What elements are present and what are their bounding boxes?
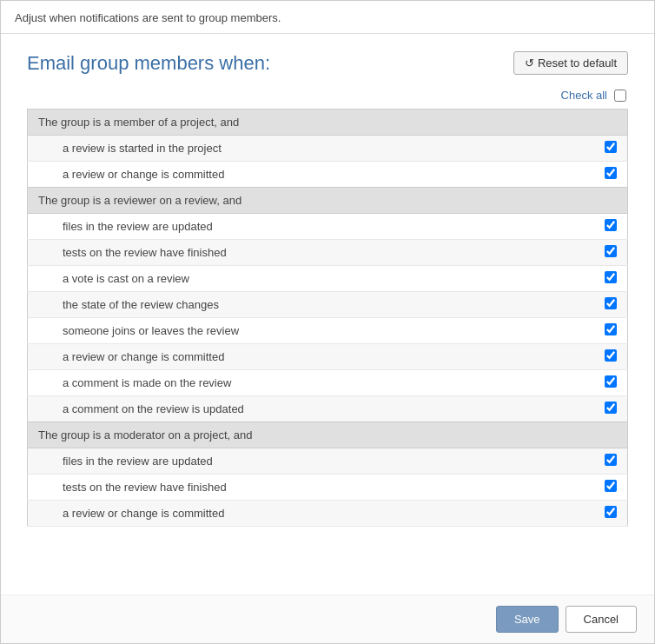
item-label-1-6: a comment is made on the review [28, 370, 595, 396]
item-label-1-7: a comment on the review is updated [28, 396, 595, 422]
group-header-project-member: The group is a member of a project, and [28, 110, 628, 136]
item-check-cell-2-0 [594, 448, 628, 475]
table-row: a review or change is committed [28, 162, 628, 188]
email-title: Email group members when: [27, 52, 270, 75]
item-label-1-2: a vote is cast on a review [28, 266, 595, 292]
group-header-reviewer: The group is a reviewer on a review, and [28, 188, 628, 214]
item-checkbox-1-3[interactable] [605, 297, 617, 309]
item-check-cell-1-5 [594, 344, 628, 370]
table-row: a comment is made on the review [28, 370, 628, 396]
check-all-row: Check all [27, 89, 628, 102]
dialog-body: Email group members when: ↺ Reset to def… [1, 34, 654, 594]
item-checkbox-0-1[interactable] [605, 167, 617, 179]
item-check-cell-1-1 [594, 240, 628, 266]
item-check-cell-0-1 [594, 162, 628, 188]
item-check-cell-2-1 [594, 475, 628, 501]
item-checkbox-1-5[interactable] [605, 349, 617, 362]
item-label-1-4: someone joins or leaves the review [28, 318, 595, 344]
item-label-2-0: files in the review are updated [28, 448, 595, 475]
item-checkbox-1-0[interactable] [605, 219, 617, 231]
cancel-button[interactable]: Cancel [566, 606, 637, 633]
table-row: tests on the review have finished [28, 475, 628, 501]
save-button[interactable]: Save [496, 606, 559, 633]
item-label-1-5: a review or change is committed [28, 344, 595, 370]
item-check-cell-1-4 [594, 318, 628, 344]
table-row: tests on the review have finished [28, 240, 628, 266]
item-checkbox-0-0[interactable] [605, 141, 617, 153]
item-checkbox-2-0[interactable] [605, 454, 617, 466]
dialog: Adjust when notifications are sent to gr… [0, 0, 655, 644]
table-row: a review or change is committed [28, 501, 628, 527]
item-check-cell-0-0 [594, 136, 628, 162]
item-label-1-1: tests on the review have finished [28, 240, 595, 266]
check-all-label: Check all [561, 89, 607, 102]
reset-label: Reset to default [538, 56, 617, 70]
table-row: a review or change is committed [28, 344, 628, 370]
section-title-row: Email group members when: ↺ Reset to def… [27, 51, 628, 75]
item-checkbox-1-6[interactable] [605, 375, 617, 388]
dialog-footer: Save Cancel [1, 594, 654, 643]
table-row: a vote is cast on a review [28, 266, 628, 292]
table-row: the state of the review changes [28, 292, 628, 318]
reset-to-default-button[interactable]: ↺ Reset to default [513, 51, 628, 75]
item-label-0-0: a review is started in the project [28, 136, 595, 162]
item-label-1-0: files in the review are updated [28, 214, 595, 240]
table-row: someone joins or leaves the review [28, 318, 628, 344]
notification-table: The group is a member of a project, anda… [27, 109, 628, 527]
item-check-cell-1-6 [594, 370, 628, 396]
item-check-cell-1-0 [594, 214, 628, 240]
item-checkbox-1-7[interactable] [605, 402, 617, 414]
item-label-2-1: tests on the review have finished [28, 475, 595, 501]
refresh-icon: ↺ [525, 56, 534, 70]
header-description: Adjust when notifications are sent to gr… [15, 11, 281, 24]
item-label-2-2: a review or change is committed [28, 501, 595, 527]
table-row: files in the review are updated [28, 448, 628, 475]
item-check-cell-1-2 [594, 266, 628, 292]
item-label-1-3: the state of the review changes [28, 292, 595, 318]
item-check-cell-2-2 [594, 501, 628, 527]
item-check-cell-1-7 [594, 396, 628, 422]
table-row: files in the review are updated [28, 214, 628, 240]
check-all-checkbox[interactable] [614, 90, 626, 102]
item-checkbox-2-2[interactable] [605, 506, 617, 518]
table-row: a review is started in the project [28, 136, 628, 162]
table-row: a comment on the review is updated [28, 396, 628, 422]
item-checkbox-1-4[interactable] [605, 323, 617, 335]
group-header-moderator: The group is a moderator on a project, a… [28, 422, 628, 448]
item-checkbox-2-1[interactable] [605, 480, 617, 492]
item-check-cell-1-3 [594, 292, 628, 318]
dialog-header: Adjust when notifications are sent to gr… [1, 1, 654, 34]
item-checkbox-1-1[interactable] [605, 245, 617, 257]
item-checkbox-1-2[interactable] [605, 271, 617, 283]
item-label-0-1: a review or change is committed [28, 162, 595, 188]
